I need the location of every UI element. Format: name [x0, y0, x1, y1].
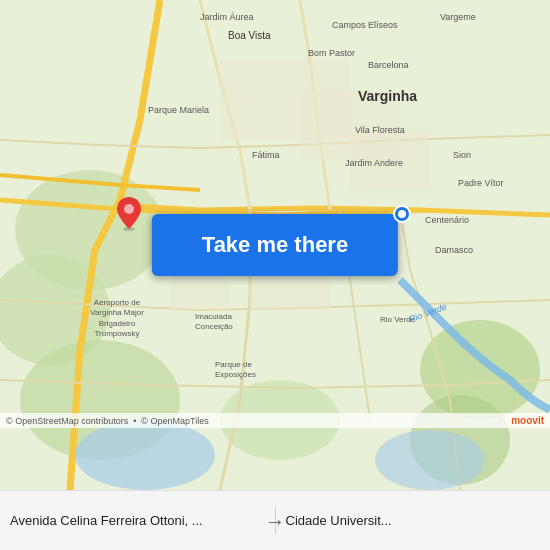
- blue-location-dot: [393, 205, 411, 227]
- footer-from[interactable]: Avenida Celina Ferreira Ottoni, ...: [0, 507, 276, 534]
- take-me-there-button[interactable]: Take me there: [152, 214, 398, 276]
- footer-from-value: Avenida Celina Ferreira Ottoni, ...: [10, 513, 265, 528]
- red-location-pin: [115, 195, 143, 235]
- svg-point-15: [124, 204, 134, 214]
- attribution-bar: © OpenStreetMap contributors • © OpenMap…: [0, 413, 550, 428]
- map-container: Jardim Áurea Boa Vista Campos Elíseos Bo…: [0, 0, 550, 490]
- footer-bar: Avenida Celina Ferreira Ottoni, ... → Ci…: [0, 490, 550, 550]
- svg-point-17: [398, 210, 406, 218]
- svg-point-13: [375, 430, 485, 490]
- attribution-text: © OpenStreetMap contributors • © OpenMap…: [6, 416, 209, 426]
- footer-arrow: →: [265, 509, 285, 532]
- footer-to[interactable]: Cidade Universit...: [276, 507, 551, 534]
- svg-rect-9: [350, 130, 430, 190]
- footer-to-value: Cidade Universit...: [286, 513, 541, 528]
- svg-point-12: [75, 420, 215, 490]
- moovit-logo: moovit: [511, 415, 544, 426]
